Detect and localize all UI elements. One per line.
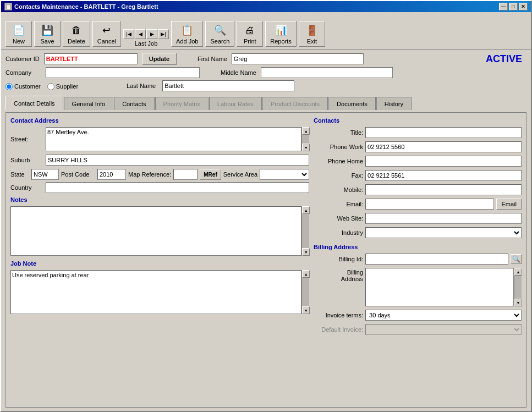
exit-button[interactable]: 🚪 Exit bbox=[299, 21, 325, 47]
phone-home-field[interactable] bbox=[365, 156, 522, 167]
new-button[interactable]: 📄 New bbox=[6, 21, 32, 47]
close-button[interactable]: ✕ bbox=[519, 3, 528, 10]
suburb-label: Suburb bbox=[10, 157, 43, 163]
phone-work-row: Phone Work bbox=[314, 141, 522, 152]
notes-title: Notes bbox=[10, 196, 309, 203]
print-button[interactable]: 🖨 Print bbox=[237, 21, 263, 47]
save-button[interactable]: 💾 Save bbox=[34, 21, 61, 47]
search-button[interactable]: 🔍 Search bbox=[205, 21, 234, 47]
state-row: State Post Code Map Reference: MRef Serv… bbox=[10, 169, 309, 180]
phone-home-row: Phone Home bbox=[314, 156, 522, 167]
billing-id-row: Billing Id: 🔍 bbox=[314, 254, 522, 265]
minimize-button[interactable]: — bbox=[499, 3, 508, 10]
contact-address-title: Contact Address bbox=[10, 117, 309, 124]
mapref-button[interactable]: MRef bbox=[200, 169, 221, 180]
svcarea-label: Service Area bbox=[223, 171, 257, 178]
billing-address-field[interactable] bbox=[365, 268, 514, 306]
title-label: Title: bbox=[314, 129, 363, 136]
suburb-field[interactable] bbox=[46, 155, 309, 166]
email-field[interactable] bbox=[365, 199, 494, 210]
last-name-field[interactable] bbox=[162, 80, 294, 91]
reports-button[interactable]: 📊 Reports bbox=[265, 21, 297, 47]
tab-history[interactable]: History bbox=[376, 97, 412, 110]
country-label: Country bbox=[10, 184, 43, 191]
tab-product-discounts[interactable]: Product Discounts bbox=[262, 97, 328, 110]
cancel-icon: ↩ bbox=[100, 24, 113, 37]
state-field[interactable] bbox=[31, 169, 59, 180]
invoice-terms-row: Invoice terms: 30 days bbox=[314, 310, 522, 321]
update-button[interactable]: Update bbox=[142, 53, 177, 65]
first-name-field[interactable] bbox=[232, 53, 364, 64]
middle-name-label: Middle Name bbox=[221, 69, 256, 76]
mapref-field[interactable] bbox=[173, 169, 198, 180]
country-field[interactable] bbox=[46, 182, 309, 193]
company-field[interactable] bbox=[46, 67, 200, 78]
fax-row: Fax: bbox=[314, 170, 522, 181]
new-icon: 📄 bbox=[12, 24, 25, 37]
billing-scroll-up[interactable]: ▲ bbox=[514, 268, 522, 276]
fax-field[interactable] bbox=[365, 170, 522, 181]
postcode-field[interactable] bbox=[97, 169, 126, 180]
tab-labour-rates[interactable]: Labour Rates bbox=[209, 97, 262, 110]
notes-scroll-up[interactable]: ▲ bbox=[302, 206, 310, 214]
contacts-panel-title: Contacts bbox=[314, 117, 522, 124]
delete-button[interactable]: 🗑 Delete bbox=[63, 21, 90, 47]
prev-button[interactable]: ◀ bbox=[135, 29, 146, 39]
last-name-label: Last Name bbox=[127, 83, 156, 89]
notes-scroll-down[interactable]: ▼ bbox=[302, 248, 310, 256]
default-invoice-row: Default Invoice: bbox=[314, 324, 522, 335]
invoice-terms-label: Invoice terms: bbox=[314, 312, 363, 318]
billing-address-title: Billing Address bbox=[314, 244, 522, 250]
tab-documents[interactable]: Documents bbox=[328, 97, 376, 110]
customer-id-field[interactable] bbox=[44, 53, 138, 64]
right-panel: Contacts Title: Phone Work Phone Home bbox=[314, 117, 522, 403]
tab-general-info[interactable]: General Info bbox=[64, 97, 114, 110]
last-button[interactable]: ▶| bbox=[158, 29, 169, 39]
tab-contact-details[interactable]: Contact Details bbox=[6, 96, 63, 110]
billing-address-row: BillingAddress ▲ ▼ bbox=[314, 268, 522, 306]
street-field[interactable]: 87 Mertley Ave. bbox=[46, 127, 301, 151]
invoice-terms-select[interactable]: 30 days bbox=[365, 310, 522, 321]
industry-select[interactable] bbox=[365, 227, 522, 238]
billing-id-field[interactable] bbox=[365, 254, 508, 265]
app-icon: 📋 bbox=[4, 3, 12, 10]
tab-priority-matrix[interactable]: Priority Matrix bbox=[155, 97, 209, 110]
billing-scroll-track bbox=[514, 276, 522, 299]
nav-controls: |◀ ◀ ▶ ▶| Last Job bbox=[123, 29, 169, 47]
phone-work-field[interactable] bbox=[365, 141, 522, 152]
tab-contacts[interactable]: Contacts bbox=[114, 97, 154, 110]
middle-name-field[interactable] bbox=[261, 67, 393, 78]
maximize-button[interactable]: □ bbox=[509, 3, 518, 10]
jobnote-field[interactable]: Use reserved parking at rear bbox=[10, 270, 301, 314]
first-button[interactable]: |◀ bbox=[123, 29, 134, 39]
search-icon: 🔍 bbox=[213, 24, 227, 37]
svcarea-select[interactable] bbox=[260, 169, 309, 180]
window-title: Contacts Maintenance - BARTLETT - Greg B… bbox=[14, 3, 158, 10]
tabs-container: Contact Details General Info Contacts Pr… bbox=[6, 96, 526, 110]
street-label: Street: bbox=[10, 136, 43, 142]
customer-radio[interactable]: Customer bbox=[6, 83, 41, 90]
main-content: Customer ID Update First Name ACTIVE Com… bbox=[1, 50, 531, 411]
notes-field[interactable] bbox=[10, 206, 301, 256]
scroll-down[interactable]: ▼ bbox=[302, 144, 310, 151]
billing-scrollbar: ▲ ▼ bbox=[514, 268, 522, 306]
supplier-radio[interactable]: Supplier bbox=[47, 83, 78, 90]
first-name-label: First Name bbox=[198, 56, 227, 62]
next-button[interactable]: ▶ bbox=[146, 29, 157, 39]
billing-address-container: ▲ ▼ bbox=[365, 268, 522, 306]
email-button[interactable]: Email bbox=[496, 199, 522, 210]
billing-id-search-button[interactable]: 🔍 bbox=[511, 254, 522, 264]
cancel-button[interactable]: ↩ Cancel bbox=[92, 21, 121, 47]
billing-scroll-down[interactable]: ▼ bbox=[514, 299, 522, 306]
website-field[interactable] bbox=[365, 213, 522, 224]
title-bar-left: 📋 Contacts Maintenance - BARTLETT - Greg… bbox=[4, 3, 158, 10]
email-row: Email: Email bbox=[314, 199, 522, 210]
mobile-field[interactable] bbox=[365, 184, 522, 195]
add-job-button[interactable]: 📋 Add Job bbox=[171, 21, 203, 47]
jobnote-scroll-down[interactable]: ▼ bbox=[302, 306, 310, 314]
mobile-label: Mobile: bbox=[314, 186, 363, 193]
title-field[interactable] bbox=[365, 127, 522, 138]
jobnote-scroll-up[interactable]: ▲ bbox=[302, 270, 310, 278]
scroll-up[interactable]: ▲ bbox=[302, 127, 310, 135]
radio-lastname-row: Customer Supplier Last Name bbox=[6, 80, 526, 91]
